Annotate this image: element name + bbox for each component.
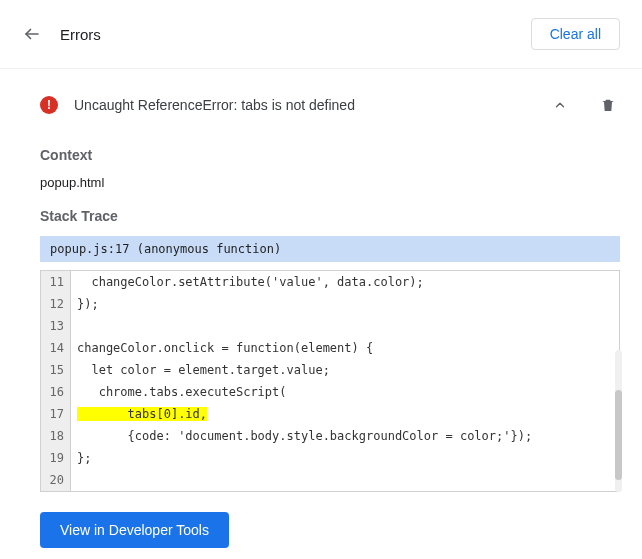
- code-line: 18 {code: 'document.body.style.backgroun…: [41, 425, 619, 447]
- code-line: 12});: [41, 293, 619, 315]
- header-left: Errors: [22, 24, 101, 44]
- code-block: 11 changeColor.setAttribute('value', dat…: [40, 270, 620, 492]
- line-number: 16: [41, 381, 71, 403]
- code-line: 16 chrome.tabs.executeScript(: [41, 381, 619, 403]
- view-devtools-button[interactable]: View in Developer Tools: [40, 512, 229, 548]
- line-number: 15: [41, 359, 71, 381]
- highlighted-code: tabs[0].id,: [77, 407, 207, 421]
- back-arrow-icon[interactable]: [22, 24, 42, 44]
- line-number: 19: [41, 447, 71, 469]
- line-number: 20: [41, 469, 71, 491]
- line-number: 18: [41, 425, 71, 447]
- line-number: 17: [41, 403, 71, 425]
- code-line: 15 let color = element.target.value;: [41, 359, 619, 381]
- error-message: Uncaught ReferenceError: tabs is not def…: [74, 97, 548, 113]
- line-content: });: [71, 293, 99, 315]
- line-content: changeColor.setAttribute('value', data.c…: [71, 271, 424, 293]
- chevron-up-icon: [553, 98, 567, 112]
- line-number: 11: [41, 271, 71, 293]
- line-number: 13: [41, 315, 71, 337]
- line-content: tabs[0].id,: [71, 403, 207, 425]
- delete-button[interactable]: [596, 93, 620, 117]
- code-line: 14changeColor.onclick = function(element…: [41, 337, 619, 359]
- trash-icon: [600, 97, 616, 113]
- code-line: 17 tabs[0].id,: [41, 403, 619, 425]
- context-value: popup.html: [40, 175, 620, 190]
- line-content: [71, 315, 77, 337]
- code-line: 13: [41, 315, 619, 337]
- error-row: ! Uncaught ReferenceError: tabs is not d…: [40, 69, 620, 129]
- stack-trace-heading: Stack Trace: [40, 208, 620, 224]
- code-line: 11 changeColor.setAttribute('value', dat…: [41, 271, 619, 293]
- scrollbar-track[interactable]: [615, 350, 622, 492]
- scrollbar-thumb[interactable]: [615, 390, 622, 480]
- code-line: 20: [41, 469, 619, 491]
- line-content: let color = element.target.value;: [71, 359, 330, 381]
- line-content: [71, 469, 77, 491]
- clear-all-button[interactable]: Clear all: [531, 18, 620, 50]
- code-line: 19};: [41, 447, 619, 469]
- stack-trace-location[interactable]: popup.js:17 (anonymous function): [40, 236, 620, 262]
- line-content: changeColor.onclick = function(element) …: [71, 337, 373, 359]
- error-icon: !: [40, 96, 58, 114]
- line-content: {code: 'document.body.style.backgroundCo…: [71, 425, 532, 447]
- content: ! Uncaught ReferenceError: tabs is not d…: [0, 69, 642, 559]
- collapse-button[interactable]: [548, 93, 572, 117]
- line-content: chrome.tabs.executeScript(: [71, 381, 287, 403]
- line-number: 12: [41, 293, 71, 315]
- line-number: 14: [41, 337, 71, 359]
- page-title: Errors: [60, 26, 101, 43]
- header: Errors Clear all: [0, 0, 642, 69]
- context-heading: Context: [40, 147, 620, 163]
- line-content: };: [71, 447, 91, 469]
- code-container: 11 changeColor.setAttribute('value', dat…: [40, 270, 620, 492]
